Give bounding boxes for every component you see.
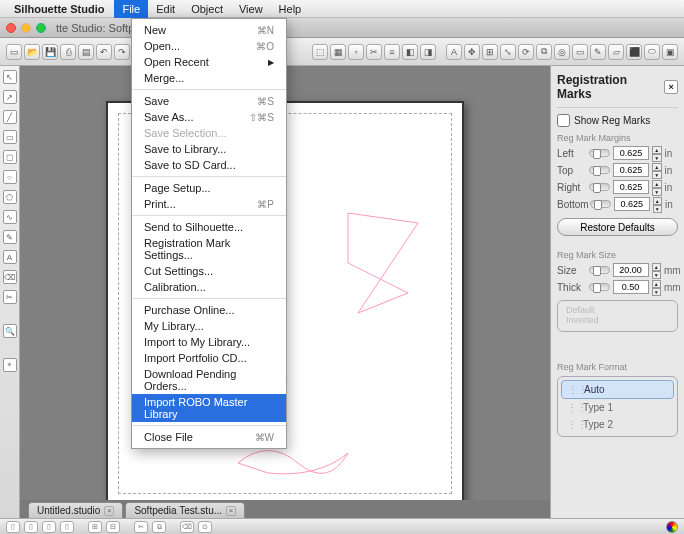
size-stepper[interactable]: ▲▼ (652, 263, 662, 277)
left-margin-stepper[interactable]: ▲▼ (652, 146, 662, 160)
delete-icon[interactable]: ⌫ (180, 521, 194, 533)
doc-tab[interactable]: Untitled.studio × (28, 502, 123, 518)
knife-icon[interactable]: ▱ (608, 44, 624, 60)
menu-item-print[interactable]: Print...⌘P (132, 196, 286, 212)
color-picker-icon[interactable] (666, 521, 678, 533)
menu-object[interactable]: Object (183, 0, 231, 18)
top-margin-stepper[interactable]: ▲▼ (652, 163, 662, 177)
left-margin-input[interactable] (613, 146, 649, 160)
trace-icon[interactable]: ▭ (572, 44, 588, 60)
line-tool-icon[interactable]: ╱ (3, 110, 17, 124)
menu-item-purchase-online[interactable]: Purchase Online... (132, 302, 286, 318)
line-style-icon[interactable]: ≡ (384, 44, 400, 60)
undo-icon[interactable]: ↶ (96, 44, 112, 60)
rounded-rect-tool-icon[interactable]: ▢ (3, 150, 17, 164)
thick-stepper[interactable]: ▲▼ (652, 280, 662, 294)
menu-item-import-to-my-library[interactable]: Import to My Library... (132, 334, 286, 350)
nesting-icon[interactable]: ▣ (662, 44, 678, 60)
format-type2-option[interactable]: ⋮⋮Type 2 (561, 416, 674, 433)
polygon-tool-icon[interactable]: ⬠ (3, 190, 17, 204)
scale-icon[interactable]: ⤡ (500, 44, 516, 60)
menu-item-registration-mark-settings[interactable]: Registration Mark Settings... (132, 235, 286, 263)
right-margin-slider[interactable] (589, 183, 610, 191)
text-style-icon[interactable]: A (446, 44, 462, 60)
eraser-tool-icon[interactable]: ⌫ (3, 270, 17, 284)
menu-edit[interactable]: Edit (148, 0, 183, 18)
select-tool-icon[interactable]: ↖ (3, 70, 17, 84)
redo-icon[interactable]: ↷ (114, 44, 130, 60)
sketch-icon[interactable]: ✎ (590, 44, 606, 60)
right-margin-stepper[interactable]: ▲▼ (652, 180, 662, 194)
edit-points-tool-icon[interactable]: ↗ (3, 90, 17, 104)
doc-tab[interactable]: Softpedia Test.stu... × (125, 502, 245, 518)
menu-item-open-recent[interactable]: Open Recent▶ (132, 54, 286, 70)
page-setup-icon[interactable]: ⬚ (312, 44, 328, 60)
menu-help[interactable]: Help (271, 0, 310, 18)
menu-item-new[interactable]: New⌘N (132, 22, 286, 38)
thick-input[interactable] (613, 280, 649, 294)
reg-marks-icon[interactable]: ▫ (348, 44, 364, 60)
menu-item-save-as[interactable]: Save As...⇧⌘S (132, 109, 286, 125)
format-type1-option[interactable]: ⋮⋮Type 1 (561, 399, 674, 416)
menu-item-close-file[interactable]: Close File⌘W (132, 429, 286, 445)
eyedropper-tool-icon[interactable]: ⌖ (3, 358, 17, 372)
bottom-margin-input[interactable] (614, 197, 650, 211)
close-tab-icon[interactable]: × (104, 506, 114, 516)
left-margin-slider[interactable] (589, 149, 610, 157)
top-margin-slider[interactable] (589, 166, 610, 174)
line-color-icon[interactable]: ◨ (420, 44, 436, 60)
copy-icon[interactable]: ⧉ (152, 521, 166, 533)
rotate-icon[interactable]: ⟳ (518, 44, 534, 60)
menu-item-merge[interactable]: Merge... (132, 70, 286, 86)
zoom-tool-icon[interactable]: 🔍 (3, 324, 17, 338)
cut-icon[interactable]: ✂ (134, 521, 148, 533)
thick-slider[interactable] (589, 283, 610, 291)
send-back-icon[interactable]: ▯ (6, 521, 20, 533)
menu-item-page-setup[interactable]: Page Setup... (132, 180, 286, 196)
library-icon[interactable]: ▤ (78, 44, 94, 60)
ungroup-icon[interactable]: ⊟ (106, 521, 120, 533)
size-slider[interactable] (589, 266, 610, 274)
close-tab-icon[interactable]: × (226, 506, 236, 516)
show-reg-marks-checkbox[interactable] (557, 114, 570, 127)
new-doc-icon[interactable]: ▭ (6, 44, 22, 60)
window-close-button[interactable] (6, 23, 16, 33)
open-icon[interactable]: 📂 (24, 44, 40, 60)
zoom-fit-icon[interactable]: ⊙ (198, 521, 212, 533)
menu-item-save-to-sd-card[interactable]: Save to SD Card... (132, 157, 286, 173)
menu-item-save-to-library[interactable]: Save to Library... (132, 141, 286, 157)
close-panel-icon[interactable]: × (664, 80, 678, 94)
cut-settings-icon[interactable]: ✂ (366, 44, 382, 60)
bring-front-icon[interactable]: ▯ (60, 521, 74, 533)
bring-forward-icon[interactable]: ▯ (42, 521, 56, 533)
right-margin-input[interactable] (613, 180, 649, 194)
menu-item-open[interactable]: Open...⌘O (132, 38, 286, 54)
save-icon[interactable]: 💾 (42, 44, 58, 60)
bottom-margin-slider[interactable] (590, 200, 611, 208)
send-backward-icon[interactable]: ▯ (24, 521, 38, 533)
size-input[interactable] (613, 263, 649, 277)
menu-item-calibration[interactable]: Calibration... (132, 279, 286, 295)
menu-item-save[interactable]: Save⌘S (132, 93, 286, 109)
ellipse-tool-icon[interactable]: ○ (3, 170, 17, 184)
freehand-tool-icon[interactable]: ✎ (3, 230, 17, 244)
curve-tool-icon[interactable]: ∿ (3, 210, 17, 224)
crop-icon[interactable]: ⬛ (626, 44, 642, 60)
menu-view[interactable]: View (231, 0, 271, 18)
print-icon[interactable]: ⎙ (60, 44, 76, 60)
restore-defaults-button[interactable]: Restore Defaults (557, 218, 678, 236)
knife-tool-icon[interactable]: ✂ (3, 290, 17, 304)
bottom-margin-stepper[interactable]: ▲▼ (653, 197, 662, 211)
menu-item-download-pending-orders[interactable]: Download Pending Orders... (132, 366, 286, 394)
fill-color-icon[interactable]: ◧ (402, 44, 418, 60)
rect-tool-icon[interactable]: ▭ (3, 130, 17, 144)
replicate-icon[interactable]: ⧉ (536, 44, 552, 60)
menu-file[interactable]: File (114, 0, 148, 18)
transform-icon[interactable]: ✥ (464, 44, 480, 60)
menu-item-my-library[interactable]: My Library... (132, 318, 286, 334)
align-icon[interactable]: ⊞ (482, 44, 498, 60)
group-icon[interactable]: ⊞ (88, 521, 102, 533)
menu-item-import-portfolio-cd[interactable]: Import Portfolio CD... (132, 350, 286, 366)
menu-item-cut-settings[interactable]: Cut Settings... (132, 263, 286, 279)
format-auto-option[interactable]: ⋮⋮Auto (561, 380, 674, 399)
